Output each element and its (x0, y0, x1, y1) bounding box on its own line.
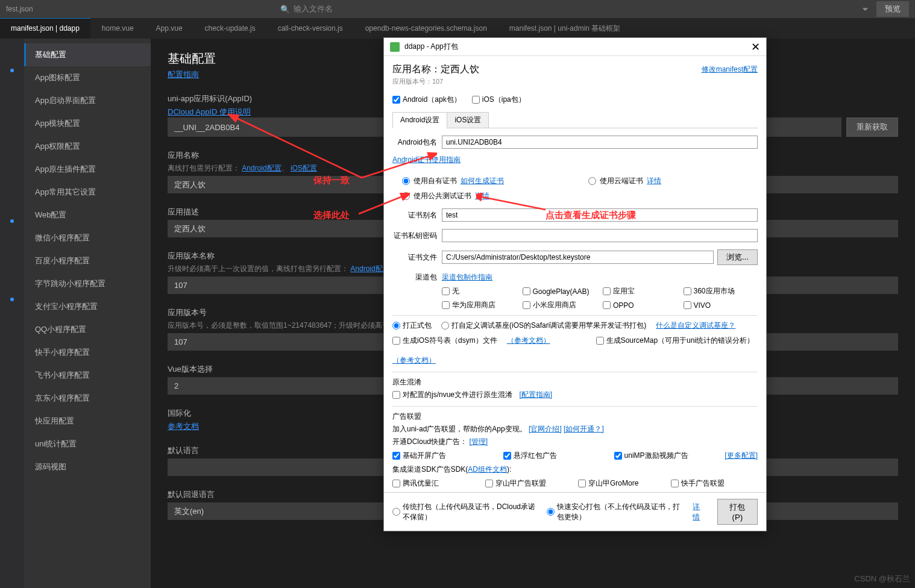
dlg-appver: 应用版本号：107 (392, 77, 758, 86)
close-icon[interactable]: ✕ (751, 40, 760, 54)
sidebar-app-icon[interactable]: App图标配置 (24, 66, 151, 89)
how-gen-cert-link[interactable]: 如何生成证书 (461, 176, 504, 186)
search-area[interactable]: 🔍 输入文件名 (280, 4, 333, 14)
cert-pwd-input[interactable] (442, 229, 758, 242)
cloud-cert-detail-link[interactable]: 详情 (647, 176, 661, 186)
sidebar-uni-stat[interactable]: uni统计配置 (24, 433, 151, 455)
pack-button[interactable]: 打包(P) (717, 499, 758, 525)
left-gutter (0, 39, 24, 588)
sidebar-wechat-mp[interactable]: 微信小程序配置 (24, 227, 151, 249)
tab-check-update[interactable]: check-update.js (194, 18, 267, 39)
sidebar-app-module[interactable]: App模块配置 (24, 112, 151, 135)
sdk-gromore[interactable]: 穿山甲GroMore (578, 478, 665, 489)
alias-input[interactable] (442, 208, 758, 222)
ad-how-link[interactable]: [如何开通？] (564, 425, 604, 433)
more-config-link[interactable]: [更多配置] (725, 451, 758, 461)
search-placeholder: 输入文件名 (294, 4, 333, 14)
tab-check-version[interactable]: call-check-version.js (267, 18, 354, 39)
dlg-appname: 应用名称：定西人饮 (392, 63, 479, 76)
sidebar-app-launch[interactable]: App启动界面配置 (24, 89, 151, 112)
formal-pack-radio[interactable]: 打正式包 (392, 321, 432, 331)
channel-guide-link[interactable]: 渠道包制作指南 (442, 272, 492, 283)
ch-googleplay[interactable]: GooglePlay(AAB) (523, 286, 597, 296)
tab-home-vue[interactable]: home.vue (91, 18, 145, 39)
ios-config-link[interactable]: iOS配置 (291, 164, 317, 172)
sdk-tencent[interactable]: 腾讯优量汇 (392, 478, 479, 489)
ch-xiaomi[interactable]: 小米应用商店 (523, 300, 597, 310)
pkg-input[interactable] (442, 136, 758, 149)
ios-ipa-checkbox[interactable]: iOS（ipa包） (472, 95, 526, 105)
ch-none[interactable]: 无 (442, 286, 517, 296)
alias-label: 证书别名 (392, 210, 442, 220)
sidebar-basic-config[interactable]: 基础配置 (24, 43, 151, 66)
tab-manifest-admin[interactable]: manifest.json | uni-admin 基础框架 (498, 18, 632, 39)
dialog-footer: 传统打包（上传代码及证书，DCloud承诺不保留） 快速安心打包（不上传代码及证… (384, 492, 766, 531)
gen-sourcemap-checkbox[interactable]: 生成SourceMap（可用于uni统计的错误分析） (596, 336, 754, 346)
tab-opendb-schema[interactable]: opendb-news-categories.schema.json (354, 18, 498, 39)
manifest-link[interactable]: 修改manifest配置 (702, 64, 758, 75)
public-cert-radio[interactable]: 使用公共测试证书 详情 (402, 191, 504, 201)
sidebar-kuaishou-mp[interactable]: 快手小程序配置 (24, 341, 151, 364)
ch-yingyongbao[interactable]: 应用宝 (603, 286, 678, 296)
sidebar-baidu-mp[interactable]: 百度小程序配置 (24, 249, 151, 272)
android-config-link[interactable]: Android配置 (242, 164, 281, 172)
custom-base-help-link[interactable]: 什么是自定义调试基座？ (656, 321, 735, 331)
ch-huawei[interactable]: 华为应用商店 (442, 300, 517, 310)
public-cert-detail-link[interactable]: 详情 (475, 191, 489, 201)
appid-help-link[interactable]: DCloud AppID 使用说明 (168, 107, 251, 116)
tab-ios-settings[interactable]: iOS设置 (447, 112, 489, 128)
sidebar-bytedance-mp[interactable]: 字节跳动小程序配置 (24, 272, 151, 295)
sidebar-app-permission[interactable]: App权限配置 (24, 135, 151, 158)
sidebar-app-other[interactable]: App常用其它设置 (24, 181, 151, 204)
obf-guide-link[interactable]: [配置指南] (519, 390, 552, 400)
custom-base-radio[interactable]: 打自定义调试基座(iOS的Safari调试需要用苹果开发证书打包) (441, 321, 646, 331)
sidebar-source-view[interactable]: 源码视图 (24, 455, 151, 478)
top-bar: fest.json 🔍 输入文件名 ⏷ 预览 (0, 0, 915, 18)
cert-guide-link[interactable]: Android证书使用指南 (392, 155, 461, 164)
ad-redpack-checkbox[interactable]: 悬浮红包广告 (503, 451, 608, 461)
gen-dsym-checkbox[interactable]: 生成iOS符号表（dsym）文件 (392, 336, 497, 346)
sidebar-web[interactable]: Web配置 (24, 204, 151, 227)
fast-pack-radio[interactable]: 快速安心打包（不上传代码及证书，打包更快） (547, 502, 684, 522)
tab-app-vue[interactable]: App.vue (145, 18, 194, 39)
ch-oppo[interactable]: OPPO (603, 300, 678, 310)
sourcemap-ref-link[interactable]: （参考文档） (392, 355, 436, 366)
sidebar-native-plugin[interactable]: App原生插件配置 (24, 158, 151, 181)
refresh-appid-button[interactable]: 重新获取 (846, 117, 898, 137)
filter-icon[interactable]: ⏷ (861, 5, 869, 14)
tab-android-settings[interactable]: Android设置 (392, 112, 447, 128)
pack-detail-link[interactable]: 详情 (693, 502, 705, 522)
ad-component-doc-link[interactable]: AD组件文档 (468, 465, 507, 474)
sdk-kuaishou[interactable]: 快手广告联盟 (671, 478, 758, 489)
sidebar-alipay-mp[interactable]: 支付宝小程序配置 (24, 295, 151, 318)
ad-dcloud-row: 开通DCloud快捷广告： [管理] (392, 437, 758, 447)
dsym-ref-link[interactable]: （参考文档） (507, 336, 550, 346)
obf-checkbox[interactable]: 对配置的js/nvue文件进行原生混淆 [配置指南] (392, 390, 758, 400)
tab-manifest-ddapp[interactable]: manifest.json | ddapp (0, 18, 91, 39)
own-cert-radio[interactable]: 使用自有证书 如何生成证书 (402, 176, 504, 186)
cloud-cert-radio[interactable]: 使用云端证书 详情 (588, 176, 661, 186)
ch-360[interactable]: 360应用市场 (684, 286, 758, 296)
sdk-csj[interactable]: 穿山甲广告联盟 (485, 478, 572, 489)
browse-button[interactable]: 浏览... (717, 249, 758, 265)
hbuilder-icon (390, 42, 400, 52)
preview-button[interactable]: 预览 (876, 1, 909, 17)
ch-vivo[interactable]: VIVO (684, 300, 758, 310)
traditional-pack-radio[interactable]: 传统打包（上传代码及证书，DCloud承诺不保留） (392, 502, 538, 522)
android-apk-checkbox[interactable]: Android（apk包） (392, 95, 461, 105)
ad-manage-link[interactable]: [管理] (469, 437, 488, 446)
dialog-title-text: ddapp - App打包 (404, 42, 458, 52)
gutter-dot (10, 69, 14, 72)
ad-unimp-checkbox[interactable]: uniMP激励视频广告 (614, 451, 719, 461)
ad-intro-link[interactable]: [官网介绍] (529, 425, 562, 433)
i18n-ref-link[interactable]: 参考文档 (168, 422, 199, 431)
gutter-dot (10, 298, 14, 301)
ad-splash-checkbox[interactable]: 基础开屏广告 (392, 451, 497, 461)
config-guide-link[interactable]: 配置指南 (168, 70, 199, 79)
sidebar-feishu-mp[interactable]: 飞书小程序配置 (24, 364, 151, 387)
sidebar-jd-mp[interactable]: 京东小程序配置 (24, 387, 151, 410)
search-icon: 🔍 (280, 5, 290, 14)
certfile-input[interactable] (442, 251, 714, 264)
sidebar-qq-mp[interactable]: QQ小程序配置 (24, 318, 151, 341)
sidebar-quickapp[interactable]: 快应用配置 (24, 410, 151, 433)
